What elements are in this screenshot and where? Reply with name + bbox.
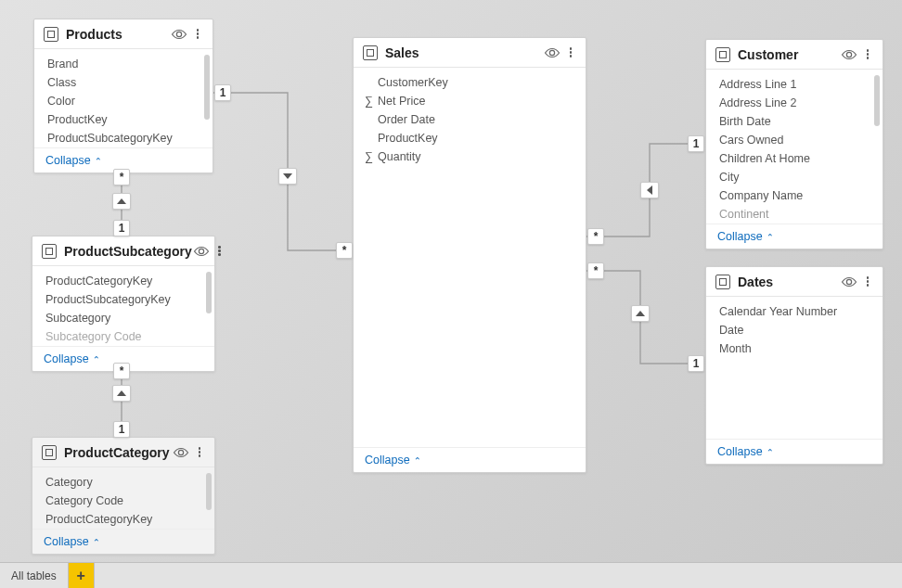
cardinality-many: * bbox=[587, 262, 604, 279]
table-icon bbox=[44, 27, 58, 42]
field-item[interactable]: Brand bbox=[34, 55, 213, 73]
chevron-up-icon: ⌄ bbox=[414, 455, 421, 466]
field-item[interactable]: ProductSubcategoryKey bbox=[34, 129, 213, 147]
table-card-product-subcategory[interactable]: ProductSubcategory ProductCategoryKey Pr… bbox=[32, 236, 215, 372]
field-item[interactable]: Subcategory Code bbox=[32, 327, 214, 346]
filter-direction-icon bbox=[112, 385, 131, 402]
more-icon[interactable] bbox=[862, 276, 873, 287]
scrollbar[interactable] bbox=[206, 473, 212, 510]
card-header[interactable]: Dates bbox=[706, 267, 883, 297]
cardinality-one: 1 bbox=[688, 355, 704, 372]
table-icon bbox=[715, 275, 730, 289]
cardinality-one: 1 bbox=[113, 220, 130, 236]
more-icon[interactable] bbox=[565, 47, 576, 58]
visibility-icon[interactable] bbox=[170, 25, 188, 44]
collapse-button[interactable]: Collapse ⌄ bbox=[32, 529, 214, 554]
more-icon[interactable] bbox=[192, 29, 203, 39]
field-item[interactable]: Address Line 1 bbox=[706, 75, 883, 94]
filter-direction-icon bbox=[640, 182, 659, 198]
visibility-icon[interactable] bbox=[840, 273, 858, 291]
field-item[interactable]: Category bbox=[32, 473, 214, 492]
scrollbar[interactable] bbox=[874, 75, 880, 126]
collapse-label: Collapse bbox=[45, 154, 91, 167]
field-item[interactable]: ProductCategoryKey bbox=[32, 272, 214, 290]
table-card-sales[interactable]: Sales CustomerKey ∑Net Price Order Date … bbox=[353, 37, 586, 473]
field-list: Category Category Code ProductCategoryKe… bbox=[32, 467, 214, 529]
field-item[interactable]: Color bbox=[34, 92, 213, 110]
collapse-label: Collapse bbox=[44, 352, 89, 365]
model-view-canvas[interactable]: Products Brand Class Color ProductKey Pr… bbox=[0, 0, 902, 588]
field-item[interactable]: Order Date bbox=[354, 110, 586, 129]
field-list: Calendar Year Number Date Month bbox=[706, 297, 883, 439]
field-item[interactable]: Company Name bbox=[706, 186, 883, 205]
table-card-customer[interactable]: Customer Address Line 1 Address Line 2 B… bbox=[705, 39, 883, 249]
table-icon bbox=[42, 445, 57, 460]
tab-label: All tables bbox=[11, 569, 57, 582]
field-item[interactable]: Address Line 2 bbox=[706, 94, 883, 112]
field-item[interactable]: ProductKey bbox=[34, 110, 213, 129]
more-icon[interactable] bbox=[194, 447, 205, 457]
field-item[interactable]: Cars Owned bbox=[706, 131, 883, 149]
field-item[interactable]: Continent bbox=[706, 205, 883, 224]
cardinality-one: 1 bbox=[688, 135, 704, 152]
chevron-up-icon: ⌄ bbox=[767, 232, 774, 242]
field-item[interactable]: Month bbox=[706, 339, 883, 358]
field-item[interactable]: ProductKey bbox=[354, 129, 586, 147]
field-list: Address Line 1 Address Line 2 Birth Date… bbox=[706, 70, 883, 224]
field-item[interactable]: ProductCategoryKey bbox=[32, 510, 214, 529]
cardinality-many: * bbox=[587, 228, 604, 245]
more-icon[interactable] bbox=[862, 49, 873, 59]
field-item[interactable]: CustomerKey bbox=[354, 73, 586, 92]
scrollbar[interactable] bbox=[204, 55, 210, 120]
visibility-icon[interactable] bbox=[543, 44, 561, 62]
card-title: ProductSubcategory bbox=[64, 244, 192, 259]
field-item[interactable]: City bbox=[706, 168, 883, 186]
field-item[interactable]: Calendar Year Number bbox=[706, 302, 883, 321]
field-list: Brand Class Color ProductKey ProductSubc… bbox=[34, 49, 213, 147]
card-header[interactable]: Sales bbox=[354, 38, 586, 68]
field-list: ProductCategoryKey ProductSubcategoryKey… bbox=[32, 266, 214, 346]
more-icon[interactable] bbox=[214, 246, 226, 256]
add-layout-button[interactable]: + bbox=[69, 563, 95, 588]
chevron-up-icon: ⌄ bbox=[767, 447, 774, 457]
sigma-icon: ∑ bbox=[365, 150, 378, 163]
field-item[interactable]: Date bbox=[706, 321, 883, 339]
collapse-button[interactable]: Collapse ⌄ bbox=[354, 447, 586, 472]
field-item[interactable]: Class bbox=[34, 73, 213, 92]
card-header[interactable]: ProductCategory bbox=[32, 438, 214, 467]
table-card-dates[interactable]: Dates Calendar Year Number Date Month Co… bbox=[705, 266, 883, 465]
field-item[interactable]: Children At Home bbox=[706, 149, 883, 168]
table-card-product-category[interactable]: ProductCategory Category Category Code P… bbox=[32, 437, 215, 555]
table-icon bbox=[715, 47, 730, 62]
table-icon bbox=[42, 244, 57, 259]
visibility-icon[interactable] bbox=[840, 45, 858, 64]
table-icon bbox=[363, 45, 378, 60]
card-title: ProductCategory bbox=[64, 445, 172, 460]
field-list: CustomerKey ∑Net Price Order Date Produc… bbox=[354, 68, 586, 447]
collapse-button[interactable]: Collapse ⌄ bbox=[706, 439, 883, 464]
field-item[interactable]: ∑Net Price bbox=[354, 92, 586, 110]
table-card-products[interactable]: Products Brand Class Color ProductKey Pr… bbox=[33, 19, 213, 173]
chevron-up-icon: ⌄ bbox=[95, 156, 102, 166]
scrollbar[interactable] bbox=[206, 272, 212, 313]
visibility-icon[interactable] bbox=[192, 242, 211, 261]
layout-tabs: All tables + bbox=[0, 562, 902, 588]
cardinality-many: * bbox=[113, 363, 130, 379]
card-header[interactable]: Customer bbox=[706, 40, 883, 70]
field-item[interactable]: Subcategory bbox=[32, 309, 214, 327]
card-title: Customer bbox=[738, 47, 840, 62]
cardinality-one: 1 bbox=[113, 421, 130, 438]
chevron-up-icon: ⌄ bbox=[93, 354, 100, 364]
card-title: Sales bbox=[385, 45, 543, 60]
field-item[interactable]: ProductSubcategoryKey bbox=[32, 290, 214, 309]
filter-direction-icon bbox=[631, 305, 650, 322]
field-item[interactable]: ∑Quantity bbox=[354, 147, 586, 166]
chevron-up-icon: ⌄ bbox=[93, 537, 100, 547]
tab-all-tables[interactable]: All tables bbox=[0, 563, 69, 588]
collapse-button[interactable]: Collapse ⌄ bbox=[706, 224, 883, 249]
card-header[interactable]: Products bbox=[34, 19, 213, 49]
visibility-icon[interactable] bbox=[172, 443, 190, 462]
card-header[interactable]: ProductSubcategory bbox=[32, 236, 214, 266]
field-item[interactable]: Category Code bbox=[32, 492, 214, 510]
field-item[interactable]: Birth Date bbox=[706, 112, 883, 131]
